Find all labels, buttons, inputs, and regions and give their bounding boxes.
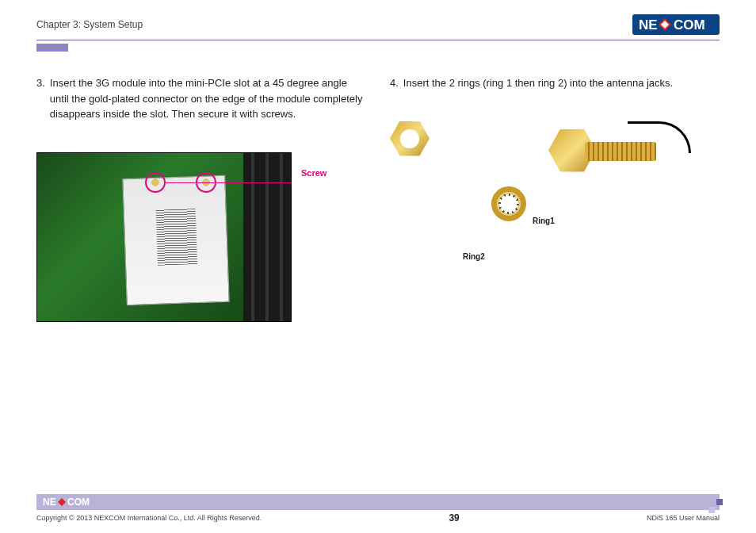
- step-text: Insert the 3G module into the mini-PCIe …: [50, 75, 366, 122]
- leader-line: [166, 182, 292, 183]
- label-ring2: Ring2: [463, 252, 485, 261]
- label-screw: Screw: [301, 168, 326, 178]
- svg-text:NE: NE: [639, 17, 658, 33]
- nexcom-logo-small: NE COM: [43, 497, 100, 508]
- svg-marker-6: [58, 498, 66, 506]
- step-text: Insert the 2 rings (ring 1 then ring 2) …: [403, 75, 673, 91]
- header-divider: [36, 40, 720, 40]
- ring2-icon: [390, 121, 430, 156]
- figure-antenna-rings: Ring1 Ring2: [390, 121, 691, 288]
- svg-text:COM: COM: [674, 17, 705, 33]
- footer-bar: NE COM: [36, 494, 720, 510]
- svg-text:NE: NE: [43, 497, 56, 508]
- copyright-text: Copyright © 2013 NEXCOM International Co…: [36, 514, 262, 522]
- figure-3g-module-install: [36, 152, 292, 322]
- page-number: 39: [449, 512, 459, 523]
- nexcom-logo: NE COM: [632, 14, 720, 35]
- label-ring1: Ring1: [533, 217, 555, 225]
- connector-threaded-icon: [585, 142, 656, 161]
- svg-text:COM: COM: [67, 497, 90, 508]
- chapter-title: Chapter 3: System Setup: [36, 19, 143, 30]
- screw-marker-icon: [145, 172, 166, 193]
- instruction-step-4: 4. Insert the 2 rings (ring 1 then ring …: [390, 75, 720, 91]
- instruction-step-3: 3. Insert the 3G module into the mini-PC…: [36, 75, 366, 122]
- step-number: 3.: [36, 75, 45, 122]
- manual-name: NDiS 165 User Manual: [647, 514, 720, 522]
- ring1-icon: [491, 186, 526, 221]
- step-number: 4.: [390, 75, 399, 91]
- page-tab-marker: [36, 44, 68, 52]
